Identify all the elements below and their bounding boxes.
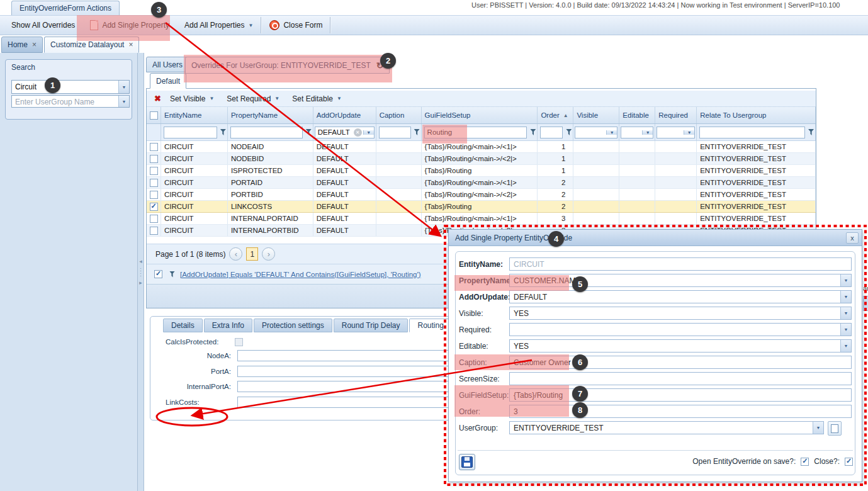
table-row[interactable]: CIRCUITLINKCOSTSDEFAULT{Tabs}/Routing2EN… [147, 201, 816, 213]
open-on-save-checkbox[interactable] [801, 458, 809, 466]
table-row[interactable]: CIRCUITPORTBIDDEFAULT{Tabs}/Routing/<mai… [147, 189, 816, 201]
chevron-down-icon[interactable]: ▼ [606, 130, 617, 135]
form-actions-tab[interactable]: EntityOverrideForm Actions [11, 1, 120, 15]
chevron-down-icon[interactable]: ▼ [840, 324, 851, 336]
new-usergroup-button[interactable] [828, 421, 842, 436]
column-header-entityname[interactable]: EntityName [161, 107, 228, 123]
close-after-save-checkbox[interactable] [845, 458, 853, 466]
dialog-field-combo[interactable]: ENTITYOVERRIDE_TEST▼ [509, 421, 824, 434]
filter-expression-link[interactable]: [AddOrUpdate] Equals 'DEFAULT' And Conta… [180, 271, 421, 278]
select-all-checkbox[interactable] [147, 107, 161, 123]
dialog-field-combo[interactable]: YES▼ [509, 339, 852, 353]
set-visible-button[interactable]: Set Visible ▼ [166, 94, 218, 103]
filter-funnel-icon[interactable] [566, 129, 572, 135]
dialog-titlebar[interactable]: Add Single Property EntityOverride [449, 230, 862, 246]
chevron-down-icon[interactable]: ▼ [684, 130, 694, 135]
filter-input[interactable] [540, 127, 563, 138]
dialog-field-input[interactable]: Customer Owner [509, 356, 852, 369]
dialog-field-combo[interactable]: CUSTOMER.NAME▼ [509, 274, 852, 287]
dialog-field-combo[interactable]: DEFAULT▼ [509, 290, 852, 303]
tab-extra-info[interactable]: Extra Info [204, 319, 252, 332]
dialog-close-button[interactable]: x [846, 232, 859, 244]
filter-combo[interactable]: ▼ [657, 127, 695, 138]
filter-input[interactable] [164, 127, 217, 138]
save-button[interactable] [459, 454, 475, 470]
close-icon[interactable]: × [128, 40, 133, 49]
chevron-down-icon[interactable]: ▼ [363, 130, 374, 135]
table-row[interactable]: CIRCUITNODEBIDDEFAULT{Tabs}/Routing/<mai… [147, 153, 816, 165]
prev-page-button[interactable]: ‹ [229, 247, 242, 261]
filter-input[interactable] [699, 127, 805, 138]
row-checkbox[interactable] [150, 191, 158, 199]
row-checkbox[interactable] [150, 143, 158, 151]
dialog-field-input[interactable]: {Tabs}/Routing [509, 388, 852, 402]
tab-protection-settings[interactable]: Protection settings [254, 319, 332, 332]
delete-icon[interactable]: ✖ [154, 94, 161, 103]
tab-details[interactable]: Details [163, 319, 203, 332]
set-required-button[interactable]: Set Required ▼ [223, 94, 283, 103]
tab-home[interactable]: Home × [1, 37, 43, 53]
chevron-down-icon[interactable]: ▼ [642, 130, 653, 135]
add-all-properties-button[interactable]: Add All Properties ▼ [177, 16, 261, 35]
filter-funnel-icon[interactable] [530, 129, 536, 135]
chevron-down-icon[interactable]: ▼ [840, 274, 851, 286]
table-row[interactable]: CIRCUITISPROTECTEDDEFAULT{Tabs}/Routing1… [147, 165, 816, 177]
dialog-field-combo[interactable]: ▼ [509, 323, 852, 336]
column-header-visible[interactable]: Visible [573, 107, 619, 123]
filter-input[interactable] [230, 127, 303, 138]
row-checkbox[interactable] [150, 215, 158, 223]
tab-customize-datalayout[interactable]: Customize Datalayout × [44, 37, 139, 53]
next-page-button[interactable]: › [262, 247, 275, 261]
filter-funnel-icon[interactable] [414, 129, 420, 135]
column-header-required[interactable]: Required [655, 107, 697, 123]
tab-round-trip-delay[interactable]: Round Trip Delay [334, 319, 409, 332]
filter-combo-addorupdate[interactable]: DEFAULT✕▼ [315, 127, 375, 138]
column-header-addorupdate[interactable]: AddOrUpdate [313, 107, 376, 123]
close-icon[interactable]: × [32, 40, 37, 49]
tab-routing[interactable]: Routing [409, 319, 451, 332]
set-editable-button[interactable]: Set Editable ▼ [288, 94, 346, 103]
chevron-down-icon[interactable]: ▼ [118, 81, 129, 93]
filter-combo[interactable]: ▼ [575, 127, 617, 138]
row-checkbox[interactable] [150, 179, 158, 187]
chevron-down-icon[interactable]: ▼ [118, 96, 129, 107]
dialog-field-input[interactable] [509, 372, 852, 385]
tab-overrides-for-usergroup[interactable]: Overrides For UserGroup: ENTITYOVERRIDE_… [185, 57, 390, 74]
filter-funnel-icon[interactable] [808, 129, 814, 135]
table-row[interactable]: CIRCUITINTERNALPORTAIDDEFAULT{Tabs}/Rout… [147, 213, 816, 225]
show-all-overrides-button[interactable]: Show All Overrides [4, 16, 82, 35]
dialog-field-combo[interactable]: YES▼ [509, 307, 852, 320]
tab-all-users[interactable]: All Users [146, 57, 189, 72]
filter-funnel-icon[interactable] [220, 129, 226, 135]
filter-input[interactable]: Routing [424, 127, 527, 138]
filter-funnel-icon[interactable] [306, 129, 312, 135]
column-header-propertyname[interactable]: PropertyName [228, 107, 313, 123]
dialog-field-input[interactable]: 3 [509, 405, 852, 418]
usergroup-search-combo[interactable]: Enter UserGroup Name ▼ [11, 95, 130, 108]
column-header-caption[interactable]: Caption [376, 107, 422, 123]
chevron-down-icon[interactable]: ▼ [840, 340, 851, 352]
row-checkbox[interactable] [150, 167, 158, 175]
chevron-down-icon[interactable]: ▼ [813, 422, 823, 434]
add-single-property-button[interactable]: Add Single Property [82, 16, 177, 35]
tab-default[interactable]: Default [150, 73, 186, 89]
filter-input[interactable] [379, 127, 411, 138]
dialog-field-combo[interactable]: CIRCUIT [509, 257, 852, 271]
refresh-icon[interactable]: ↻ [376, 60, 384, 71]
column-header-relate-to-usergroup[interactable]: Relate To Usergroup [697, 107, 816, 123]
filter-combo[interactable]: ▼ [621, 127, 653, 138]
row-checkbox[interactable] [150, 227, 158, 235]
close-form-button[interactable]: Close Form [262, 16, 330, 35]
entity-search-combo[interactable]: Circuit ▼ [11, 80, 130, 94]
table-row[interactable]: CIRCUITPORTAIDDEFAULT{Tabs}/Routing/<mai… [147, 177, 816, 189]
table-row[interactable]: CIRCUITNODEAIDDEFAULT{Tabs}/Routing/<mai… [147, 141, 816, 153]
splitter-handle[interactable]: ◂ ···· ▸ [137, 53, 144, 491]
chevron-down-icon[interactable]: ▼ [840, 307, 851, 319]
column-header-order[interactable]: Order▲ [538, 107, 573, 123]
page-number-button[interactable]: 1 [246, 247, 258, 261]
filter-enabled-checkbox[interactable] [154, 270, 162, 278]
row-checkbox[interactable] [150, 155, 158, 163]
column-header-editable[interactable]: Editable [619, 107, 655, 123]
column-header-guifieldsetup[interactable]: GuiFieldSetup [422, 107, 538, 123]
chevron-down-icon[interactable]: ▼ [840, 291, 851, 303]
